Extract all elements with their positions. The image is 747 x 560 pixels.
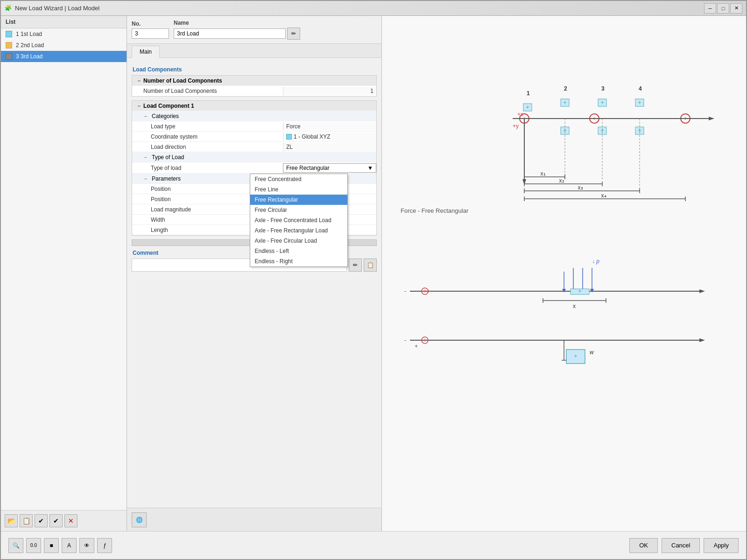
main-content: List 1 1st Load 2 2nd Load 3 3rd Load 📂 … <box>1 16 746 531</box>
load-type-value: Force <box>283 122 376 131</box>
list-item-3[interactable]: 3 3rd Load <box>1 51 127 62</box>
svg-text:+: + <box>415 343 418 350</box>
load-direction-label: Load direction <box>132 143 283 151</box>
parameters-label: Parameters <box>152 175 181 182</box>
num-components-value: 1 <box>283 87 376 95</box>
type-of-load-row: Type of load Free Rectangular ▼ Free Con… <box>132 162 376 174</box>
type-of-load-dropdown[interactable]: Free Rectangular ▼ <box>283 163 376 173</box>
list-header: List <box>1 16 127 28</box>
svg-text:+: + <box>600 99 604 106</box>
svg-text:-: - <box>404 288 406 294</box>
bottom-tool-00[interactable]: 0.0 <box>26 538 41 553</box>
mid-panel: No. Name ✏ Main Load Components <box>127 16 382 531</box>
svg-rect-0 <box>382 16 746 226</box>
name-input[interactable] <box>174 28 286 39</box>
dropdown-item-free-line[interactable]: Free Line <box>250 184 347 195</box>
svg-text:2: 2 <box>564 85 567 92</box>
top-diagram-svg: 1 2 3 4 + + + + + + <box>382 16 746 226</box>
svg-text:x: x <box>573 303 576 309</box>
svg-text:↓ p: ↓ p <box>592 258 599 265</box>
svg-text:x₄: x₄ <box>601 192 606 199</box>
comment-edit-button[interactable]: ✏ <box>349 259 362 272</box>
add-load-button[interactable]: 📂 <box>5 514 18 527</box>
list-item-1[interactable]: 1 1st Load <box>1 28 127 40</box>
check2-button[interactable]: ✔ <box>49 514 63 527</box>
diagram-area: 1 2 3 4 + + + + + + <box>382 16 746 531</box>
collapse-num-icon[interactable]: − <box>135 78 143 84</box>
form-bottom-toolbar: 🌐 <box>127 508 381 531</box>
num-components-row: Number of Load Components 1 <box>132 86 376 96</box>
list-item-2[interactable]: 2 2nd Load <box>1 40 127 51</box>
right-panel: 1 2 3 4 + + + + + + <box>382 16 746 531</box>
lc1-header: − Load Component 1 <box>132 101 376 111</box>
collapse-params-icon[interactable]: − <box>141 176 150 182</box>
svg-text:3: 3 <box>601 85 605 92</box>
copy-load-button[interactable]: 📋 <box>20 514 33 527</box>
list-item-1-label: 1 1st Load <box>16 31 42 37</box>
bottom-tool-func[interactable]: ƒ <box>97 538 112 553</box>
categories-header: − Categories <box>132 111 376 121</box>
svg-text:1: 1 <box>527 90 530 97</box>
svg-text:+x: +x <box>517 111 523 118</box>
bottom-bar: 🔍 0.0 ■ A 👁 ƒ OK Cancel Apply <box>1 531 746 559</box>
form-tool-1[interactable]: 🌐 <box>132 512 147 527</box>
comment-copy-button[interactable]: 📋 <box>364 259 377 272</box>
svg-text:-: - <box>404 337 406 343</box>
svg-text:x₃: x₃ <box>578 184 583 191</box>
minimize-button[interactable]: ─ <box>704 3 716 14</box>
bottom-tools-left: 🔍 0.0 ■ A 👁 ƒ <box>8 538 112 553</box>
check-button[interactable]: ✔ <box>35 514 48 527</box>
bottom-tool-square[interactable]: ■ <box>44 538 59 553</box>
no-name-bar: No. Name ✏ <box>127 16 381 44</box>
svg-text:+: + <box>423 288 426 294</box>
type-of-load-header: − Type of Load <box>132 152 376 162</box>
list-item-1-icon <box>6 31 12 37</box>
lc1-label: Load Component 1 <box>143 103 194 109</box>
title-bar: 🧩 New Load Wizard | Load Model ─ □ ✕ <box>1 1 746 16</box>
bottom-tool-text[interactable]: A <box>62 538 77 553</box>
dropdown-item-endless-right[interactable]: Endless - Right <box>250 256 347 266</box>
dropdown-chevron-icon: ▼ <box>367 165 373 171</box>
load-components-grid: − Number of Load Components Number of Lo… <box>132 75 377 97</box>
dropdown-item-axle-concentrated[interactable]: Axle - Free Concentrated Load <box>250 215 347 225</box>
svg-text:x₁: x₁ <box>541 170 546 177</box>
dropdown-item-free-circular[interactable]: Free Circular <box>250 205 347 215</box>
svg-text:+: + <box>574 353 577 359</box>
cancel-button[interactable]: Cancel <box>662 538 700 553</box>
load-type-row: Load type Force <box>132 121 376 132</box>
no-input[interactable] <box>132 28 169 39</box>
dropdown-selected-value: Free Rectangular <box>286 165 330 171</box>
apply-button[interactable]: Apply <box>704 538 739 553</box>
edit-name-button[interactable]: ✏ <box>287 28 300 40</box>
load-direction-row: Load direction ZL <box>132 142 376 152</box>
svg-text:+: + <box>563 99 566 106</box>
list-item-2-icon <box>6 42 12 49</box>
close-button[interactable]: ✕ <box>730 3 742 14</box>
bottom-tool-search[interactable]: 🔍 <box>8 538 23 553</box>
dropdown-item-free-rectangular[interactable]: Free Rectangular <box>250 195 347 205</box>
app-icon: 🧩 <box>5 5 12 12</box>
svg-text:x₂: x₂ <box>559 177 564 184</box>
bottom-tool-eye[interactable]: 👁 <box>79 538 94 553</box>
collapse-lc1-icon[interactable]: − <box>135 103 143 109</box>
tab-main[interactable]: Main <box>132 46 160 58</box>
num-components-sub-label: Number of Load Components <box>132 87 283 95</box>
maximize-button[interactable]: □ <box>717 3 729 14</box>
collapse-tol-icon[interactable]: − <box>141 154 150 160</box>
tabs: Main <box>127 44 381 58</box>
load-component-1-grid: − Load Component 1 − Categories Load typ… <box>132 100 377 236</box>
type-of-load-label: Type of Load <box>152 154 184 161</box>
num-components-label: Number of Load Components <box>143 77 222 84</box>
form-area: Load Components − Number of Load Compone… <box>127 58 381 508</box>
list-item-2-label: 2 2nd Load <box>16 42 44 49</box>
dropdown-item-free-concentrated[interactable]: Free Concentrated <box>250 174 347 184</box>
coord-system-row: Coordinate system 1 - Global XYZ <box>132 132 376 142</box>
ok-button[interactable]: OK <box>629 538 658 553</box>
dropdown-item-endless-left[interactable]: Endless - Left <box>250 246 347 256</box>
dropdown-item-axle-circular[interactable]: Axle - Free Circular Load <box>250 236 347 246</box>
svg-text:+: + <box>638 99 641 106</box>
svg-text:+: + <box>526 104 529 111</box>
dropdown-item-axle-rectangular[interactable]: Axle - Free Rectangular Load <box>250 225 347 236</box>
delete-button[interactable]: ✕ <box>64 514 78 527</box>
collapse-cat-icon[interactable]: − <box>141 113 150 119</box>
